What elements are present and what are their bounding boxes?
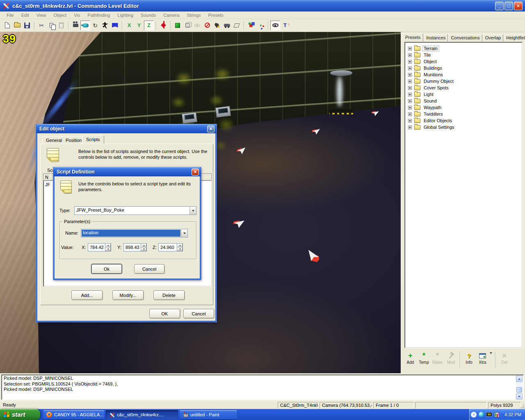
script-definition-titlebar[interactable]: Script Definition	[53, 167, 201, 176]
log-scrollbar[interactable]	[516, 376, 523, 399]
edit-object-cancel-button[interactable]: Cancel	[183, 309, 214, 318]
wireframe-cube-icon[interactable]	[183, 21, 192, 30]
expand-plus-icon[interactable]	[408, 93, 412, 96]
type-dropdown-icon[interactable]	[189, 207, 196, 215]
tab-overlap[interactable]: Overlap	[483, 34, 504, 41]
expand-plus-icon[interactable]	[408, 47, 412, 50]
xtra-dropdown-arrow[interactable]	[490, 354, 492, 361]
axis-z-button[interactable]: Z	[144, 21, 154, 30]
tank-cylinder-object[interactable]	[327, 70, 356, 117]
tray-chart-icon[interactable]	[494, 412, 500, 417]
name-value-selected[interactable]: location	[82, 230, 180, 237]
scroll-up-icon[interactable]	[516, 376, 523, 382]
x-value[interactable]: 784.42	[88, 243, 105, 251]
script-definition-close-icon[interactable]	[192, 169, 199, 176]
menu-lighting[interactable]: Lighting	[114, 12, 137, 18]
menu-presets[interactable]: Presets	[205, 12, 227, 18]
minimize-button[interactable]: _	[495, 2, 504, 10]
spawn-marker[interactable]	[312, 129, 320, 135]
menu-camera[interactable]: Camera	[160, 12, 183, 18]
delete-script-button[interactable]: Delete	[153, 290, 185, 300]
edit-object-close-icon[interactable]	[207, 126, 215, 132]
tab-presets[interactable]: Presets	[402, 33, 423, 41]
vertex-drop-icon[interactable]	[158, 21, 168, 30]
tray-collapse-chevron-icon[interactable]: ‹	[471, 412, 477, 418]
y-spin-down-icon[interactable]	[141, 247, 146, 251]
tree-item-cover-spots[interactable]: Cover Spots	[406, 84, 522, 91]
z-spin-up-icon[interactable]	[177, 244, 183, 247]
expand-plus-icon[interactable]	[408, 112, 412, 116]
menu-sounds[interactable]: Sounds	[137, 12, 159, 18]
mini-console-object[interactable]	[215, 106, 231, 118]
tree-item-sound[interactable]: Sound	[406, 98, 522, 104]
del-preset-button[interactable]: ✕Del	[498, 351, 511, 369]
menu-view[interactable]: View	[33, 12, 50, 18]
tab-instances[interactable]: Instances	[424, 34, 448, 41]
modify-script-button[interactable]: Modify...	[112, 290, 144, 300]
expand-plus-icon[interactable]	[408, 60, 412, 64]
tab-heightfield[interactable]: Heightfield	[504, 34, 525, 41]
tree-item-terrain[interactable]: Terrain	[406, 45, 522, 52]
menu-file[interactable]: File	[3, 12, 17, 18]
mini-console-object[interactable]	[182, 112, 198, 124]
spotlight-icon[interactable]	[212, 21, 222, 30]
axis-y-button[interactable]: Y	[134, 21, 144, 30]
eye-hidden-icon[interactable]	[192, 21, 202, 30]
y-spin-up-icon[interactable]	[141, 244, 146, 247]
group-cubes-icon[interactable]	[246, 21, 256, 30]
render-object-icon[interactable]	[80, 21, 90, 30]
y-value-spinner[interactable]: 898.43	[123, 243, 147, 251]
text-tool-icon[interactable]: T	[280, 21, 290, 30]
tab-conversations[interactable]: Conversations	[448, 34, 482, 41]
vehicle-icon[interactable]	[222, 21, 232, 30]
no-entry-icon[interactable]	[202, 21, 212, 30]
x-spin-up-icon[interactable]	[105, 244, 111, 247]
copy-pages-icon[interactable]	[46, 21, 56, 30]
preset-tree[interactable]: Terrain Tile Object Buildings Munitions …	[404, 42, 523, 348]
temp-preset-button[interactable]: *Temp	[417, 351, 431, 369]
save-floppy-icon[interactable]	[22, 21, 32, 30]
start-button[interactable]: start	[0, 409, 40, 420]
expand-plus-icon[interactable]	[408, 119, 412, 123]
tree-item-tile[interactable]: Tile	[406, 52, 522, 58]
tray-sphere-icon[interactable]	[479, 412, 484, 417]
point-markers-icon[interactable]	[256, 21, 266, 30]
tree-item-editor-objects[interactable]: Editor Objects	[406, 117, 522, 124]
rotate-gizmo-icon[interactable]: ↻	[90, 21, 100, 30]
spawn-marker[interactable]	[236, 147, 246, 154]
expand-plus-icon[interactable]	[408, 66, 412, 70]
solid-cube-icon[interactable]	[173, 21, 183, 30]
script-definition-ok-button[interactable]: Ok	[91, 264, 122, 274]
close-button[interactable]: ×	[514, 2, 523, 10]
menu-strings[interactable]: Strings	[183, 12, 204, 18]
expand-plus-icon[interactable]	[408, 80, 412, 83]
expand-plus-icon[interactable]	[408, 53, 412, 57]
tree-item-object[interactable]: Object	[406, 58, 522, 65]
name-combobox[interactable]: location	[81, 229, 188, 237]
edit-object-titlebar[interactable]: Edit object	[36, 124, 217, 133]
taskbar-task-level-editor[interactable]: c&c_st0rm_t4nkw4rz....	[106, 410, 178, 419]
info-preset-button[interactable]: ?Info	[462, 351, 476, 369]
type-combobox[interactable]: JFW_Preset_Buy_Poke	[74, 206, 196, 215]
add-script-button[interactable]: Add...	[71, 290, 103, 300]
x-value-spinner[interactable]: 784.42	[88, 243, 111, 251]
spawn-marker[interactable]	[306, 250, 321, 263]
xtra-preset-button[interactable]: Xtra	[476, 351, 489, 369]
script-definition-cancel-button[interactable]: Cancel	[134, 264, 164, 274]
taskbar-task-paint[interactable]: untitled - Paint	[180, 410, 237, 419]
scene-camera-icon[interactable]	[71, 21, 80, 30]
menu-object[interactable]: Object	[50, 12, 70, 18]
cut-scissors-icon[interactable]: ✂	[37, 21, 46, 30]
make-preset-button[interactable]: *Make	[431, 351, 444, 369]
tree-item-dummy-object[interactable]: Dummy Object	[406, 78, 522, 84]
tree-item-buildings[interactable]: Buildings	[406, 65, 522, 71]
menu-edit[interactable]: Edit	[18, 12, 32, 18]
scroll-down-icon[interactable]	[516, 393, 523, 399]
tree-item-global-settings[interactable]: Global Settings	[406, 124, 522, 130]
expand-plus-icon[interactable]	[408, 73, 412, 77]
tab-scripts[interactable]: Scripts	[82, 135, 104, 144]
character-runner-icon[interactable]	[100, 21, 110, 30]
expand-plus-icon[interactable]	[408, 86, 412, 90]
expand-plus-icon[interactable]	[408, 126, 412, 129]
tree-item-munitions[interactable]: Munitions	[406, 71, 522, 78]
